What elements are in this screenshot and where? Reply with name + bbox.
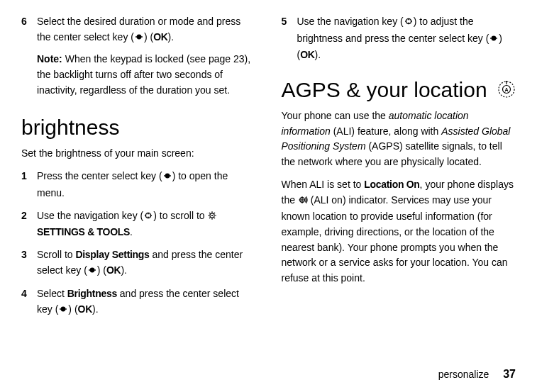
step-5: 5 Use the navigation key () to adjust th… xyxy=(282,14,516,63)
content-columns: 6 Select the desired duration or mode an… xyxy=(21,14,516,326)
document-page: 6 Select the desired duration or mode an… xyxy=(0,0,537,392)
agps-paragraph-1: Your phone can use the automatic locatio… xyxy=(282,108,516,170)
text: When ALI is set to xyxy=(282,179,365,190)
text: Scroll to xyxy=(37,249,75,260)
step-body: Scroll to Display Settings and press the… xyxy=(37,247,256,279)
text: Your phone can use the xyxy=(282,110,389,121)
text: Use the navigation key ( xyxy=(297,16,404,27)
center-select-key-icon xyxy=(134,31,144,47)
note-body: When the keypad is locked (see page 23),… xyxy=(37,53,250,95)
center-select-key-icon xyxy=(58,303,68,319)
navigation-key-icon xyxy=(143,210,153,225)
text: ). xyxy=(92,303,99,315)
svg-line-18 xyxy=(214,217,215,218)
text: ) ( xyxy=(68,303,77,315)
step-body: Select the desired duration or mode and … xyxy=(37,14,256,98)
step-4: 4 Select Brightness and press the center… xyxy=(21,286,256,318)
agps-heading-wrap: A AGPS & your location xyxy=(282,77,516,103)
svg-point-34 xyxy=(492,35,497,40)
footer-section-label: personalize xyxy=(438,369,489,380)
center-select-key-icon xyxy=(489,33,499,48)
step-number: 2 xyxy=(21,208,37,240)
svg-text:A: A xyxy=(504,87,508,92)
step-number: 6 xyxy=(21,14,37,98)
svg-point-39 xyxy=(506,81,507,82)
ok-label: OK xyxy=(153,31,167,43)
ok-label: OK xyxy=(78,303,92,315)
text: ) to scroll to xyxy=(153,210,207,221)
step-1: 1 Press the center select key () to open… xyxy=(21,169,256,201)
svg-point-5 xyxy=(165,174,170,179)
svg-point-23 xyxy=(89,267,94,272)
text: ). xyxy=(121,264,127,276)
step-number: 4 xyxy=(21,286,37,318)
text: (ALI) feature, along with xyxy=(331,125,441,137)
svg-point-2 xyxy=(137,34,142,39)
ok-label: OK xyxy=(106,264,121,276)
section-heading-brightness: brightness xyxy=(21,115,256,140)
menu-label: Location On xyxy=(364,179,419,190)
page-number: 37 xyxy=(503,368,516,380)
ali-on-indicator-icon xyxy=(298,194,308,210)
text: ). xyxy=(315,49,321,60)
intro-paragraph: Set the brightness of your main screen: xyxy=(21,146,256,162)
text: Press the center select key ( xyxy=(37,170,162,181)
svg-point-12 xyxy=(211,214,213,215)
step-number: 5 xyxy=(282,14,297,63)
step-number: 3 xyxy=(21,247,37,279)
step-body: Select Brightness and press the center s… xyxy=(37,286,256,318)
center-select-key-icon xyxy=(162,170,172,186)
navigation-key-icon xyxy=(404,16,414,31)
left-column: 6 Select the desired duration or mode an… xyxy=(21,14,256,326)
step-number: 1 xyxy=(21,169,37,201)
note-label: Note: xyxy=(37,53,62,65)
svg-line-19 xyxy=(209,217,210,218)
step-2: 2 Use the navigation key () to scroll to… xyxy=(21,208,256,240)
text: ) ( xyxy=(144,31,153,43)
page-footer: personalize 37 xyxy=(438,368,516,381)
menu-label: SETTINGS & TOOLS xyxy=(37,226,130,237)
svg-point-26 xyxy=(61,307,66,312)
ok-label: OK xyxy=(300,49,314,60)
svg-line-20 xyxy=(214,213,215,213)
step-3: 3 Scroll to Display Settings and press t… xyxy=(21,247,256,279)
text: Select xyxy=(37,288,67,299)
step-body: Press the center select key () to open t… xyxy=(37,169,256,201)
svg-line-17 xyxy=(209,213,210,213)
right-column: 5 Use the navigation key () to adjust th… xyxy=(282,14,516,326)
step-6: 6 Select the desired duration or mode an… xyxy=(21,14,256,98)
section-heading-agps: AGPS & your location xyxy=(282,77,516,103)
agps-section-icon: A xyxy=(497,80,516,103)
text: (ALI on) indicator. Services may use you… xyxy=(282,194,508,284)
text: ). xyxy=(168,31,175,43)
step-body: Use the navigation key () to adjust the … xyxy=(297,14,516,63)
text: . xyxy=(130,226,133,237)
step-body: Use the navigation key () to scroll to S… xyxy=(37,208,256,240)
step-note: Note: When the keypad is locked (see pag… xyxy=(37,52,256,98)
text: Use the navigation key ( xyxy=(37,210,143,221)
menu-label: Display Settings xyxy=(75,249,149,260)
text: ) ( xyxy=(97,264,106,276)
menu-label: Brightness xyxy=(67,288,117,299)
center-select-key-icon xyxy=(87,264,97,280)
gear-icon xyxy=(207,210,217,225)
agps-paragraph-2: When ALI is set to Location On, your pho… xyxy=(282,177,516,286)
